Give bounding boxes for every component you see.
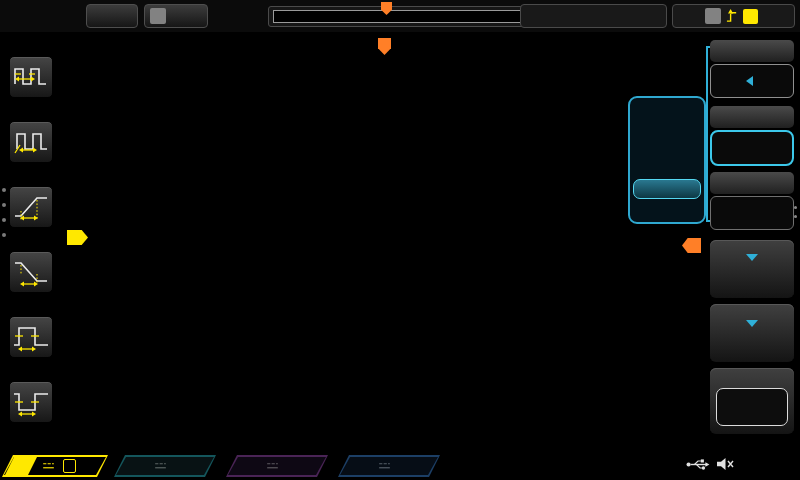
pictype-menu-header [710,106,794,128]
positive-width-icon [12,321,50,353]
trigger-source-badge [743,9,758,24]
dc-coupling-icon [266,462,279,470]
period-icon [12,61,50,93]
channel-status-bar [0,452,800,480]
param-softkey[interactable] [710,196,794,230]
pictype-option-jpeg[interactable] [633,179,701,199]
pictype-option-bmp24[interactable] [630,159,704,179]
waveform-preview-bar[interactable] [268,6,526,27]
channel-1-badge[interactable] [2,455,108,477]
neg-width-button[interactable] [9,381,53,423]
trigger-badge [705,8,721,24]
arrow-down-icon [746,320,758,327]
storage-menu-header [710,40,794,62]
diskmanage-softkey[interactable] [710,304,794,362]
graticule-grid [85,38,697,448]
arrow-down-icon [746,254,758,261]
frequency-icon [12,126,50,158]
dc-coupling-icon [42,462,55,470]
storage-type-softkey[interactable] [710,64,794,98]
rise-time-icon [12,191,50,223]
menu-page-dot [2,233,6,237]
menu-bracket-line [706,46,708,222]
pos-width-button[interactable] [9,316,53,358]
usb-icon [686,458,710,471]
negative-width-icon [12,386,50,418]
menu-page-dot [794,215,797,218]
channel-3-badge[interactable] [226,455,328,477]
measure-item-period [0,56,62,100]
pictype-option-tiff[interactable] [630,199,704,219]
horizontal-timebase-box[interactable] [144,4,208,28]
ch1-bw-limit-badge [63,459,76,473]
measure-item-neg-width [0,381,62,425]
ch4-settings [378,457,436,475]
freq-button[interactable] [9,121,53,163]
ch2-settings [154,457,212,475]
default-label [716,388,788,426]
oscilloscope-screen [0,0,800,480]
graticule-area [85,38,697,448]
pictype-options [630,119,704,219]
channel-4-badge[interactable] [338,455,440,477]
menu-page-dot [2,188,6,192]
fall-time-icon [12,256,50,288]
save-softkey[interactable] [710,240,794,298]
top-bar [0,0,800,32]
arrow-left-icon [746,76,753,86]
param-menu-header [710,172,794,194]
measure-item-fall-time [0,251,62,295]
pictype-option-bmp8[interactable] [630,139,704,159]
delay-readout[interactable] [520,4,667,28]
dc-coupling-icon [154,462,167,470]
default-softkey[interactable] [710,368,794,434]
period-button[interactable] [9,56,53,98]
pictype-softkey[interactable] [710,130,794,166]
run-stop-button[interactable] [86,4,138,28]
measure-item-rise-time [0,186,62,230]
menu-page-dot [794,206,797,209]
rise-time-button[interactable] [9,186,53,228]
channel-2-badge[interactable] [114,455,216,477]
preview-waveform [274,12,520,25]
dc-coupling-icon [378,462,391,470]
h-badge [150,8,166,24]
trigger-readout[interactable] [672,4,795,28]
pictype-popup [628,96,706,224]
measure-item-freq [0,121,62,165]
waveform-preview-window [273,10,521,23]
rising-edge-icon [726,8,738,24]
fall-time-button[interactable] [9,251,53,293]
pictype-option-png[interactable] [630,119,704,139]
ch1-settings [42,457,104,475]
menu-page-dot [2,203,6,207]
speaker-muted-icon [716,457,735,471]
measure-item-pos-width [0,316,62,360]
menu-page-dot [2,218,6,222]
ch3-settings [266,457,324,475]
